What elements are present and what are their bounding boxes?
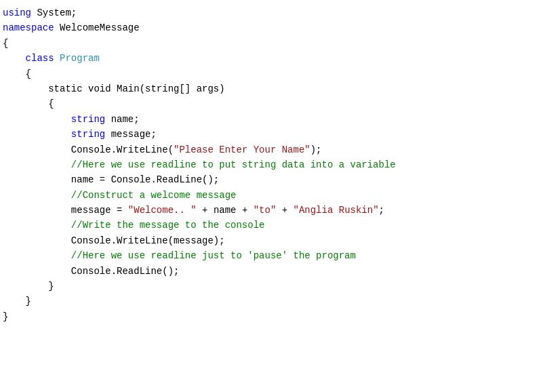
token-normal: { [48, 98, 54, 109]
token-normal: name = Console.ReadLine(); [71, 174, 219, 185]
code-line: //Construct a welcome message [0, 188, 545, 203]
code-line: name = Console.ReadLine(); [0, 172, 545, 187]
token-normal: ); [310, 144, 322, 155]
code-line-content: class Program [3, 51, 542, 66]
code-line: //Write the message to the console [0, 218, 545, 233]
code-line-content: //Here we use readline to put string dat… [3, 157, 542, 172]
token-normal: } [3, 311, 8, 322]
code-line: Console.WriteLine(message); [0, 233, 545, 248]
token-kw-blue: string [71, 129, 105, 140]
code-line-content: { [3, 36, 542, 51]
code-line: { [0, 66, 545, 81]
token-normal: message = [71, 205, 128, 216]
code-line-content: } [3, 279, 542, 294]
token-kw-blue: class [26, 53, 54, 64]
token-normal: ; [379, 205, 384, 216]
code-line-content: //Construct a welcome message [3, 188, 542, 203]
token-normal: message; [105, 129, 157, 140]
token-normal: } [48, 281, 54, 292]
code-line: //Here we use readline just to 'pause' t… [0, 248, 545, 263]
token-normal: { [3, 38, 8, 49]
code-line-content: //Here we use readline just to 'pause' t… [3, 248, 542, 263]
token-normal: static void Main(string[] args) [48, 83, 224, 94]
code-line-content: Console.WriteLine(message); [3, 233, 542, 248]
token-normal: Console.ReadLine(); [71, 266, 180, 277]
code-editor: using System;namespace WelcomeMessage{ c… [0, 0, 545, 330]
code-line: Console.ReadLine(); [0, 264, 545, 279]
code-line: Console.WriteLine("Please Enter Your Nam… [0, 142, 545, 157]
token-normal: Console.WriteLine( [71, 144, 174, 155]
code-line-content: { [3, 66, 542, 81]
code-line-content: static void Main(string[] args) [3, 81, 542, 96]
token-str-red: "Anglia Ruskin" [294, 205, 379, 216]
token-normal [54, 53, 60, 64]
code-line-content: } [3, 309, 542, 324]
code-line: { [0, 96, 545, 111]
token-kw-blue: using [3, 7, 31, 18]
code-line-content: Console.ReadLine(); [3, 264, 542, 279]
code-line-content: string message; [3, 127, 542, 142]
code-line: message = "Welcome.. " + name + "to" + "… [0, 203, 545, 218]
token-kw-blue: namespace [3, 22, 54, 33]
token-normal: WelcomeMessage [54, 22, 140, 33]
code-line-content: message = "Welcome.. " + name + "to" + "… [3, 203, 542, 218]
token-normal: + [276, 205, 293, 216]
code-line-content: //Write the message to the console [3, 218, 542, 233]
token-comment-green: //Write the message to the console [71, 220, 265, 231]
code-line-content: namespace WelcomeMessage [3, 20, 542, 35]
token-str-red: "Please Enter Your Name" [174, 144, 310, 155]
code-line: static void Main(string[] args) [0, 81, 545, 96]
token-comment-green: //Here we use readline to put string dat… [71, 159, 396, 170]
code-line: { [0, 36, 545, 51]
token-kw-cyan: Program [60, 53, 100, 64]
token-str-red: "to" [254, 205, 277, 216]
code-line: using System; [0, 5, 545, 20]
token-normal: Console.WriteLine(message); [71, 235, 225, 246]
code-line-content: name = Console.ReadLine(); [3, 172, 542, 187]
token-normal: System; [31, 7, 77, 18]
code-line: //Here we use readline to put string dat… [0, 157, 545, 172]
token-kw-blue: string [71, 114, 105, 125]
code-line: string message; [0, 127, 545, 142]
code-line: namespace WelcomeMessage [0, 20, 545, 35]
code-line-content: using System; [3, 5, 542, 20]
token-normal: + name + [197, 205, 254, 216]
code-line-content: string name; [3, 112, 542, 127]
token-str-red: "Welcome.. " [128, 205, 197, 216]
code-line: } [0, 309, 545, 324]
code-line-content: } [3, 294, 542, 309]
token-comment-green: //Construct a welcome message [71, 190, 237, 201]
code-line: } [0, 279, 545, 294]
code-line: string name; [0, 112, 545, 127]
code-line-content: { [3, 96, 542, 111]
token-normal: { [26, 68, 31, 79]
code-line: } [0, 294, 545, 309]
code-line: class Program [0, 51, 545, 66]
token-normal: name; [105, 114, 139, 125]
token-comment-green: //Here we use readline just to 'pause' t… [71, 250, 356, 261]
code-line-content: Console.WriteLine("Please Enter Your Nam… [3, 142, 542, 157]
token-normal: } [26, 296, 31, 307]
